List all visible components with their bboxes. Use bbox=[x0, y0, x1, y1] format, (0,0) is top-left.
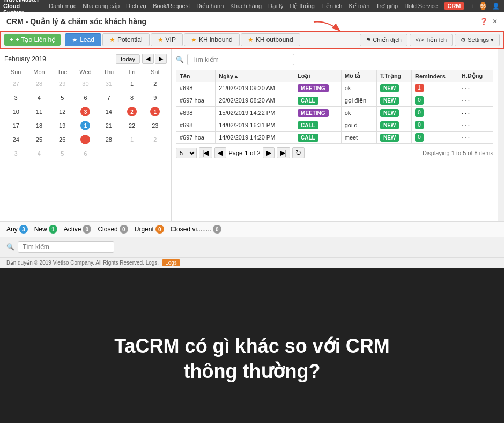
calendar-day[interactable]: 2 bbox=[144, 133, 167, 147]
cell-name[interactable]: #697 hoa bbox=[176, 94, 216, 107]
calendar-day[interactable]: 1 bbox=[120, 77, 143, 91]
cell-action[interactable]: ··· bbox=[458, 132, 493, 144]
search-input[interactable] bbox=[187, 54, 294, 65]
tab-kh-outbound[interactable]: ★ KH outbound bbox=[241, 33, 300, 46]
calendar-day[interactable]: 28 bbox=[27, 77, 50, 91]
nav-ketoan[interactable]: Kế toán bbox=[349, 3, 369, 10]
nav-dieuhang[interactable]: Điều hành bbox=[196, 3, 224, 10]
filter-any[interactable]: Any 3 bbox=[6, 225, 28, 234]
col-header-date[interactable]: Ngày▲ bbox=[216, 70, 294, 82]
cell-name[interactable]: #698 bbox=[176, 107, 216, 119]
calendar-day[interactable]: 5 bbox=[51, 147, 74, 161]
calendar-day[interactable]: 5 bbox=[51, 91, 74, 105]
cell-name[interactable]: #698 bbox=[176, 119, 216, 132]
tab-lead[interactable]: ★ Lead bbox=[65, 33, 101, 46]
calendar-day[interactable]: 25 bbox=[27, 133, 50, 147]
tab-kh-inbound[interactable]: ★ KH inbound bbox=[184, 33, 240, 46]
calendar-day[interactable]: 24 bbox=[4, 133, 27, 147]
settings-button[interactable]: ⚙ Settings ▾ bbox=[455, 34, 500, 46]
calendar-day[interactable]: 8 bbox=[120, 91, 143, 105]
calendar-day[interactable]: 6 bbox=[74, 147, 97, 161]
calendar-day[interactable]: 152 bbox=[120, 105, 143, 119]
calendar-day[interactable]: 27 bbox=[4, 77, 27, 91]
table-row[interactable]: #69821/02/2019 09:20 AMMEETINGokNEW1··· bbox=[176, 82, 493, 94]
last-page-button[interactable]: ▶| bbox=[277, 147, 290, 158]
user-icon[interactable]: 👤 bbox=[492, 3, 500, 10]
nav-hethong[interactable]: Hệ thống bbox=[290, 3, 314, 10]
cell-action[interactable]: ··· bbox=[458, 107, 493, 119]
cell-action[interactable]: ··· bbox=[458, 119, 493, 132]
filter-closed[interactable]: Closed 0 bbox=[98, 225, 128, 234]
tab-vip[interactable]: ★ VIP bbox=[151, 33, 183, 46]
nav-dichvu[interactable]: Dịch vụ bbox=[126, 3, 146, 10]
calendar-day[interactable]: 4 bbox=[27, 147, 50, 161]
calendar-day[interactable]: 3 bbox=[4, 91, 27, 105]
calendar-day[interactable]: 2 bbox=[144, 77, 167, 91]
filter-active[interactable]: Active 0 bbox=[64, 225, 92, 234]
table-row[interactable]: #69814/02/2019 16:31 PMCALLgoi đNEW0··· bbox=[176, 119, 493, 132]
nav-nhacungcap[interactable]: Nhà cung cấp bbox=[83, 3, 120, 10]
tab-potential[interactable]: ★ Potential bbox=[102, 33, 150, 46]
calendar-day[interactable]: 9 bbox=[144, 91, 167, 105]
filter-new[interactable]: New 1 bbox=[34, 225, 57, 234]
close-icon[interactable]: ✕ bbox=[492, 18, 498, 25]
calendar-day[interactable]: 17 bbox=[4, 119, 27, 133]
today-button[interactable]: today bbox=[116, 54, 140, 64]
calendar-day[interactable]: 19 bbox=[51, 119, 74, 133]
nav-danhmuc[interactable]: Danh mục bbox=[49, 3, 76, 10]
nav-daily[interactable]: Đại lý bbox=[268, 3, 283, 10]
filter-closed-vi[interactable]: Closed vi........ 0 bbox=[171, 225, 221, 234]
plus-icon[interactable]: + bbox=[471, 3, 474, 9]
notification-badge[interactable]: 56 bbox=[480, 2, 486, 10]
first-page-button[interactable]: |◀ bbox=[199, 147, 212, 158]
calendar-day[interactable]: 29 bbox=[51, 77, 74, 91]
calendar-day[interactable]: 201 bbox=[74, 119, 97, 133]
calendar-day[interactable]: 30 bbox=[74, 77, 97, 91]
filter-urgent[interactable]: Urgent 0 bbox=[135, 225, 164, 234]
calendar-day[interactable]: 31 bbox=[97, 77, 120, 91]
calendar-day[interactable]: 26 bbox=[51, 133, 74, 147]
nav-khachhang[interactable]: Khách hàng bbox=[230, 3, 262, 9]
bottom-search-input[interactable] bbox=[18, 241, 114, 253]
calendar-day[interactable]: 7 bbox=[97, 91, 120, 105]
cell-action[interactable]: ··· bbox=[458, 82, 493, 94]
campaign-button[interactable]: ⚑ Chiến dịch bbox=[360, 34, 407, 46]
calendar-day[interactable]: 133 bbox=[74, 105, 97, 119]
next-page-button[interactable]: ▶ bbox=[263, 147, 275, 158]
vertical-scrollbar[interactable] bbox=[498, 49, 504, 221]
nav-bookrequest[interactable]: Book/Request bbox=[153, 3, 190, 9]
nav-holdservice[interactable]: Hold Service bbox=[404, 3, 438, 9]
cal-prev-button[interactable]: ◀ bbox=[142, 54, 154, 64]
prev-page-button[interactable]: ◀ bbox=[214, 147, 226, 158]
nav-trogiup[interactable]: Trợ giúp bbox=[376, 3, 398, 10]
utilities-button[interactable]: </> Tiện ích bbox=[410, 34, 453, 46]
calendar-day[interactable]: 27 bbox=[74, 133, 97, 147]
table-row[interactable]: #697 hoa14/02/2019 14:20 PMCALLmeetNEW0·… bbox=[176, 132, 493, 144]
calendar-day[interactable]: 1 bbox=[120, 133, 143, 147]
cell-name[interactable]: #697 hoa bbox=[176, 132, 216, 144]
calendar-day[interactable]: 3 bbox=[4, 147, 27, 161]
calendar-day[interactable]: 22 bbox=[120, 119, 143, 133]
calendar-day[interactable]: 161 bbox=[144, 105, 167, 119]
crm-badge[interactable]: CRM bbox=[444, 2, 464, 10]
per-page-select[interactable]: 5 10 20 bbox=[176, 148, 197, 158]
calendar-day[interactable]: 14 bbox=[97, 105, 120, 119]
create-contact-button[interactable]: + + Tạo Liên hệ bbox=[4, 34, 61, 46]
calendar-day[interactable]: 4 bbox=[27, 91, 50, 105]
calendar-day[interactable]: 28 bbox=[97, 133, 120, 147]
calendar-day[interactable]: 6 bbox=[74, 91, 97, 105]
calendar-day[interactable]: 11 bbox=[27, 105, 50, 119]
cell-action[interactable]: ··· bbox=[458, 94, 493, 107]
refresh-button[interactable]: ↻ bbox=[292, 147, 305, 158]
log-badge[interactable]: Logs bbox=[162, 259, 180, 266]
nav-tienich[interactable]: Tiện ích bbox=[321, 3, 343, 10]
calendar-day[interactable]: 10 bbox=[4, 105, 27, 119]
help-icon[interactable]: ❓ bbox=[480, 18, 488, 25]
calendar-day[interactable]: 21 bbox=[97, 119, 120, 133]
table-row[interactable]: #697 hoa20/02/2019 08:20 AMCALLgọi điệnN… bbox=[176, 94, 493, 107]
calendar-day[interactable]: 12 bbox=[51, 105, 74, 119]
table-row[interactable]: #69815/02/2019 14:22 PMMEETINGokNEW0··· bbox=[176, 107, 493, 119]
calendar-day[interactable]: 18 bbox=[27, 119, 50, 133]
cal-next-button[interactable]: ▶ bbox=[155, 54, 167, 64]
calendar-day[interactable]: 23 bbox=[144, 119, 167, 133]
